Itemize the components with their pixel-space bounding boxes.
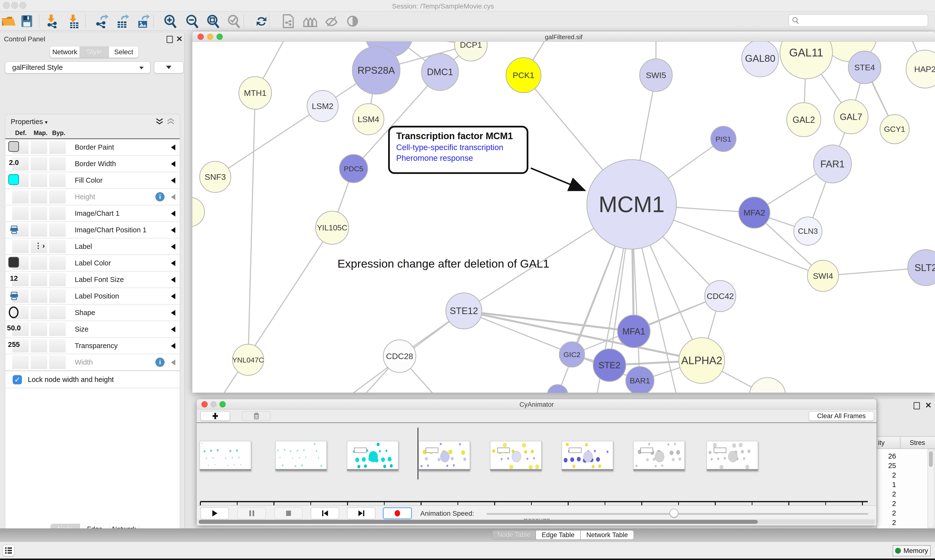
hide-selected-icon[interactable] bbox=[322, 14, 340, 29]
tab-node-table[interactable]: Node Table bbox=[492, 530, 536, 540]
memory-button[interactable]: Memory bbox=[893, 545, 930, 556]
show-panels-button[interactable] bbox=[2, 545, 15, 556]
frame-thumbnail-4[interactable] bbox=[418, 441, 470, 471]
tab-style[interactable]: Style bbox=[80, 46, 109, 58]
import-network-icon[interactable] bbox=[43, 14, 61, 29]
network-edge[interactable] bbox=[248, 93, 255, 360]
expand-row-icon bbox=[171, 161, 175, 167]
node-cut-left[interactable] bbox=[192, 197, 205, 226]
panel-close-icon[interactable]: ✕ bbox=[176, 35, 183, 43]
timeline-hscrollbar[interactable] bbox=[198, 519, 875, 524]
properties-header[interactable]: Properties bbox=[11, 118, 43, 126]
node-label-MCM1: MCM1 bbox=[599, 192, 665, 217]
table-cell[interactable]: 2 bbox=[892, 509, 896, 517]
node-label-PDC5: PDC5 bbox=[344, 165, 363, 173]
property-row-label-font-size[interactable]: 12Label Font Size bbox=[5, 271, 180, 288]
network-snapshot-icon[interactable] bbox=[279, 14, 297, 29]
zoom-in-icon[interactable] bbox=[162, 14, 179, 29]
style-selector[interactable]: galFiltered Style bbox=[5, 61, 150, 74]
timeline[interactable]: 0123456789 Seconds bbox=[197, 423, 876, 504]
network-window-titlebar[interactable]: galFiltered.sif bbox=[192, 32, 935, 42]
table-cell[interactable]: 1 bbox=[892, 481, 896, 489]
table-float-icon[interactable] bbox=[913, 402, 920, 409]
pause-button[interactable] bbox=[238, 507, 266, 519]
skip-to-start-button[interactable] bbox=[311, 507, 339, 519]
app-zoom-button[interactable] bbox=[20, 2, 26, 9]
node-label-BAR1: BAR1 bbox=[630, 376, 650, 385]
property-row-transparency[interactable]: 255Transparency bbox=[5, 338, 180, 354]
table-column-headers[interactable]: ity Stres bbox=[877, 436, 935, 449]
property-row-height[interactable]: Heighti bbox=[5, 189, 180, 205]
add-frame-button[interactable] bbox=[201, 411, 230, 421]
zoom-selected-icon[interactable] bbox=[225, 14, 243, 29]
network-edge[interactable] bbox=[215, 106, 322, 177]
speed-slider-thumb[interactable] bbox=[670, 509, 678, 517]
frame-thumbnail-6[interactable] bbox=[562, 441, 613, 471]
node-cut-bottom[interactable] bbox=[547, 385, 568, 392]
table-values[interactable]: 2625212222 bbox=[877, 449, 927, 528]
zoom-out-icon[interactable] bbox=[184, 14, 201, 29]
frame-thumbnail-2[interactable] bbox=[275, 441, 327, 471]
cyanimator-titlebar[interactable]: CyAnimator bbox=[197, 399, 876, 409]
first-neighbors-icon[interactable] bbox=[301, 14, 319, 29]
lock-node-size-row[interactable]: ✓Lock node width and height bbox=[5, 371, 180, 388]
lock-checkbox[interactable]: ✓ bbox=[13, 375, 22, 385]
frame-thumbnail-1[interactable] bbox=[200, 441, 251, 471]
style-options-button[interactable] bbox=[154, 61, 184, 74]
tab-edge-table[interactable]: Edge Table bbox=[536, 530, 580, 540]
table-cell[interactable]: 2 bbox=[892, 518, 896, 527]
frame-thumbnail-5[interactable] bbox=[490, 441, 542, 471]
skip-to-end-button[interactable] bbox=[347, 507, 375, 519]
table-close-icon[interactable]: ✕ bbox=[925, 402, 932, 409]
property-row-border-paint[interactable]: Border Paint bbox=[5, 139, 180, 156]
network-canvas[interactable]: RPS28ADMC1DCP1PCK1SWI5GAL80GAL11STE4HAP2… bbox=[192, 42, 935, 392]
property-row-width[interactable]: Widthi bbox=[5, 354, 180, 371]
table-scrollbar[interactable] bbox=[928, 450, 933, 527]
property-row-label-color[interactable]: Label Color bbox=[5, 255, 180, 271]
panel-float-icon[interactable] bbox=[167, 36, 173, 43]
property-row-label-position[interactable]: Label Position bbox=[5, 288, 180, 305]
property-row-fill-color[interactable]: Fill Color bbox=[5, 172, 180, 189]
record-button[interactable] bbox=[383, 507, 412, 519]
table-cell[interactable]: 2 bbox=[892, 490, 896, 498]
table-cell[interactable]: 25 bbox=[888, 462, 896, 470]
clear-all-frames-button[interactable]: Clear All Frames bbox=[808, 411, 874, 421]
delete-frame-button[interactable] bbox=[242, 411, 271, 421]
zoom-fit-icon[interactable] bbox=[205, 14, 222, 29]
expand-all-icon[interactable] bbox=[155, 118, 164, 126]
export-table-icon[interactable] bbox=[113, 14, 131, 29]
tab-network[interactable]: Network bbox=[50, 46, 80, 58]
frame-thumbnail-8[interactable] bbox=[707, 441, 758, 471]
save-session-icon[interactable] bbox=[18, 14, 35, 29]
app-minimize-button[interactable] bbox=[11, 2, 18, 9]
property-row-image-chart-position-1[interactable]: Image/Chart Position 1 bbox=[5, 222, 180, 238]
frame-thumbnail-7[interactable] bbox=[633, 441, 685, 471]
table-cell[interactable]: 2 bbox=[892, 500, 896, 508]
table-cell[interactable]: 2 bbox=[892, 471, 896, 479]
play-button[interactable] bbox=[201, 507, 229, 519]
refresh-layout-icon[interactable] bbox=[253, 14, 270, 29]
pause-icon bbox=[248, 510, 255, 517]
node-label-MFA1: MFA1 bbox=[622, 326, 645, 337]
node-TUP1[interactable] bbox=[750, 378, 785, 392]
property-row-border-width[interactable]: 2.0Border Width bbox=[5, 156, 180, 172]
open-session-icon[interactable] bbox=[0, 14, 17, 29]
search-input[interactable] bbox=[788, 14, 928, 27]
collapse-all-icon[interactable] bbox=[167, 118, 175, 126]
property-row-label[interactable]: ⋮›Label bbox=[5, 238, 180, 255]
import-table-icon[interactable] bbox=[65, 14, 83, 29]
export-image-icon[interactable] bbox=[134, 14, 151, 29]
property-row-shape[interactable]: Shape bbox=[5, 305, 180, 321]
frame-thumbnail-3[interactable] bbox=[347, 441, 398, 471]
table-cell[interactable]: 26 bbox=[888, 452, 896, 460]
property-row-image-chart-1[interactable]: Image/Chart 1 bbox=[5, 205, 180, 222]
show-all-icon[interactable] bbox=[344, 14, 361, 29]
tab-select[interactable]: Select bbox=[109, 46, 138, 58]
timeline-playhead[interactable] bbox=[418, 428, 418, 480]
property-row-size[interactable]: 50.0Size bbox=[5, 321, 180, 338]
annotation-box[interactable]: Transcription factor MCM1 Cell-type-spec… bbox=[388, 126, 528, 174]
app-close-button[interactable] bbox=[3, 2, 10, 9]
tab-network-table[interactable]: Network Table bbox=[580, 530, 634, 540]
export-network-icon[interactable] bbox=[93, 14, 110, 29]
stop-button[interactable] bbox=[274, 507, 302, 519]
